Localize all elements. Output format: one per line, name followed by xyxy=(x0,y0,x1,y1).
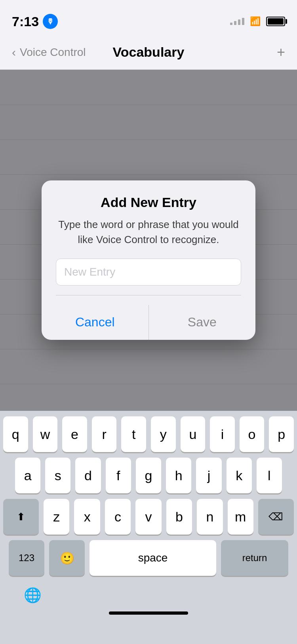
battery-icon xyxy=(266,17,285,26)
key-p[interactable]: p xyxy=(269,416,294,452)
home-indicator xyxy=(109,611,188,615)
status-bar: 7:13 🎙 📶 xyxy=(0,0,297,35)
dialog-title: Add New Entry xyxy=(56,195,241,210)
keyboard-bottom-bar: 🌐 xyxy=(0,583,297,608)
key-r[interactable]: r xyxy=(92,416,117,452)
back-label: Voice Control xyxy=(20,46,86,59)
key-h[interactable]: h xyxy=(166,458,191,493)
key-m[interactable]: m xyxy=(228,499,253,535)
key-f[interactable]: f xyxy=(106,458,131,493)
key-row-3: ⬆ z x c v b n m ⌫ xyxy=(3,499,294,535)
key-y[interactable]: y xyxy=(151,416,176,452)
key-g[interactable]: g xyxy=(136,458,161,493)
delete-key[interactable]: ⌫ xyxy=(258,499,294,535)
space-key[interactable]: space xyxy=(89,540,216,576)
key-v[interactable]: v xyxy=(135,499,161,535)
key-u[interactable]: u xyxy=(181,416,206,452)
dialog-body: Add New Entry Type the word or phrase th… xyxy=(42,180,255,305)
key-j[interactable]: j xyxy=(196,458,221,493)
status-right: 📶 xyxy=(230,16,285,27)
key-q[interactable]: q xyxy=(3,416,28,452)
main-content: Add New Entry Type the word or phrase th… xyxy=(0,70,297,450)
wifi-icon: 📶 xyxy=(250,16,261,27)
globe-icon[interactable]: 🌐 xyxy=(12,583,53,608)
key-d[interactable]: d xyxy=(75,458,101,493)
time-label: 7:13 xyxy=(12,14,39,29)
numbers-key[interactable]: 123 xyxy=(9,540,44,576)
dialog-buttons: Cancel Save xyxy=(42,305,255,340)
key-o[interactable]: o xyxy=(240,416,265,452)
add-button[interactable]: + xyxy=(277,44,285,61)
back-button[interactable]: ‹ Voice Control xyxy=(12,46,86,59)
keyboard: q w e r t y u i o p a s d f g h j k l ⬆ … xyxy=(0,411,297,644)
cancel-button[interactable]: Cancel xyxy=(42,305,148,340)
key-t[interactable]: t xyxy=(121,416,146,452)
key-row-1: q w e r t y u i o p xyxy=(3,416,294,452)
key-i[interactable]: i xyxy=(210,416,235,452)
input-placeholder: New Entry xyxy=(64,266,115,278)
key-row-4: 123 🙂 space return xyxy=(3,540,294,576)
key-w[interactable]: w xyxy=(33,416,58,452)
key-k[interactable]: k xyxy=(227,458,252,493)
key-x[interactable]: x xyxy=(74,499,100,535)
keyboard-rows: q w e r t y u i o p a s d f g h j k l ⬆ … xyxy=(0,411,297,576)
chevron-left-icon: ‹ xyxy=(12,46,16,59)
new-entry-input[interactable]: New Entry xyxy=(56,259,241,286)
dialog-divider xyxy=(56,295,241,295)
home-indicator-container xyxy=(0,611,297,615)
dialog-overlay: Add New Entry Type the word or phrase th… xyxy=(0,70,297,450)
return-key[interactable]: return xyxy=(221,540,288,576)
page-title: Vocabulary xyxy=(113,44,185,60)
key-b[interactable]: b xyxy=(166,499,192,535)
key-n[interactable]: n xyxy=(197,499,223,535)
signal-icon xyxy=(230,18,244,25)
key-z[interactable]: z xyxy=(44,499,69,535)
status-time: 7:13 🎙 xyxy=(12,14,58,29)
mic-icon: 🎙 xyxy=(43,14,58,29)
shift-key[interactable]: ⬆ xyxy=(3,499,39,535)
key-row-2: a s d f g h j k l xyxy=(3,458,294,493)
key-e[interactable]: e xyxy=(62,416,87,452)
key-a[interactable]: a xyxy=(15,458,40,493)
key-c[interactable]: c xyxy=(105,499,131,535)
nav-bar: ‹ Voice Control Vocabulary + xyxy=(0,35,297,70)
key-s[interactable]: s xyxy=(45,458,70,493)
emoji-key[interactable]: 🙂 xyxy=(49,540,85,576)
dialog: Add New Entry Type the word or phrase th… xyxy=(42,180,255,339)
save-button[interactable]: Save xyxy=(149,305,256,340)
dialog-subtitle: Type the word or phrase that you would l… xyxy=(56,217,241,247)
key-l[interactable]: l xyxy=(257,458,282,493)
